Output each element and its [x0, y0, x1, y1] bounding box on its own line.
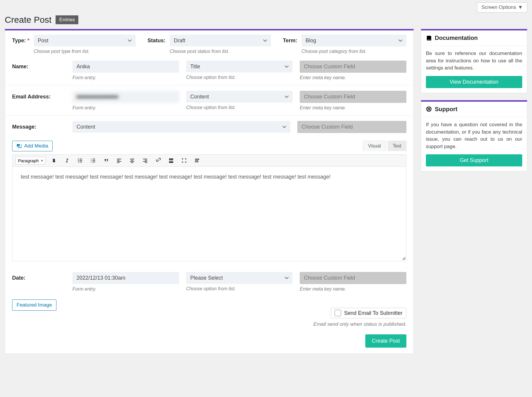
svg-rect-5: [80, 162, 82, 162]
svg-rect-15: [117, 162, 119, 163]
name-label: Name:: [12, 61, 65, 70]
italic-icon[interactable]: [63, 156, 71, 165]
message-meta-input: [297, 121, 406, 133]
svg-rect-3: [80, 160, 82, 161]
create-post-button[interactable]: Create Post: [365, 334, 406, 348]
type-select[interactable]: Post: [34, 35, 136, 46]
screen-options-label: Screen Options: [481, 4, 516, 10]
name-value-hint: Form entry.: [72, 75, 179, 80]
svg-rect-18: [130, 161, 134, 162]
svg-point-36: [428, 108, 430, 110]
svg-point-2: [78, 160, 79, 161]
send-email-hint: Email send only when status is published…: [12, 321, 406, 327]
email-meta-input: [300, 91, 406, 103]
email-option-hint: Choose option from list.: [186, 105, 293, 110]
status-select[interactable]: Draft: [170, 35, 271, 46]
toolbar-toggle-icon[interactable]: [193, 156, 201, 165]
email-label: Email Address:: [12, 91, 65, 100]
format-select[interactable]: Paragraph: [15, 157, 45, 165]
svg-point-0: [78, 159, 79, 160]
name-meta-input: [300, 61, 406, 73]
caret-down-icon: ▼: [518, 4, 523, 10]
svg-rect-19: [131, 162, 133, 163]
send-email-label: Send Email To Submitter: [344, 310, 403, 316]
align-center-icon[interactable]: [128, 156, 136, 165]
email-value: [72, 91, 179, 103]
email-option-select[interactable]: Content: [186, 91, 293, 103]
screen-options-button[interactable]: Screen Options ▼: [477, 2, 527, 12]
lifebuoy-icon: [426, 106, 432, 112]
documentation-title: Documentation: [435, 35, 478, 41]
support-panel: Support If you have a question not cover…: [421, 100, 527, 172]
svg-rect-25: [169, 161, 173, 161]
support-body: If you have a question not covered in th…: [421, 117, 527, 155]
ordered-list-icon[interactable]: 123: [89, 156, 97, 165]
link-icon[interactable]: [154, 156, 162, 165]
svg-rect-23: [145, 162, 147, 163]
tab-visual[interactable]: Visual: [363, 141, 386, 151]
type-hint: Choose post type from list.: [34, 49, 136, 54]
term-select[interactable]: Blog: [301, 35, 406, 46]
svg-rect-16: [130, 159, 134, 159]
page-title: Create Post: [5, 15, 51, 25]
create-post-panel: Type: * Post Choose post type from list.: [5, 29, 414, 354]
send-email-checkbox[interactable]: [335, 310, 341, 316]
featured-image-button[interactable]: Featured Image: [12, 299, 56, 311]
entries-button[interactable]: Entries: [56, 15, 78, 24]
documentation-panel: Documentation Be sure to reference our d…: [421, 29, 527, 93]
svg-rect-32: [196, 161, 197, 162]
add-media-label: Add Media: [24, 143, 48, 149]
svg-rect-11: [93, 162, 95, 162]
svg-rect-30: [197, 160, 198, 161]
send-email-checkbox-wrap[interactable]: Send Email To Submitter: [331, 308, 406, 318]
top-bar: Screen Options ▼: [5, 0, 527, 15]
blockquote-icon[interactable]: [102, 156, 110, 165]
name-value: [72, 61, 179, 73]
type-label: Type: *: [12, 35, 30, 44]
svg-rect-31: [195, 161, 196, 162]
support-title: Support: [435, 106, 458, 113]
message-label: Message:: [12, 121, 65, 130]
date-option-hint: Choose option from list.: [186, 286, 293, 291]
svg-rect-33: [197, 161, 198, 162]
page-header: Create Post Entries: [5, 15, 527, 25]
term-label: Term:: [283, 35, 297, 44]
resize-handle-icon[interactable]: ◢: [402, 255, 405, 260]
editor-section: Add Media Visual Text Paragraph ▼: [5, 135, 413, 267]
bold-icon[interactable]: [50, 156, 58, 165]
editor-content[interactable]: test message! test message! test message…: [12, 167, 406, 261]
read-more-icon[interactable]: [167, 156, 175, 165]
fullscreen-icon[interactable]: [180, 156, 188, 165]
align-right-icon[interactable]: [141, 156, 149, 165]
term-hint: Choose post category from list.: [301, 49, 406, 54]
name-meta-hint: Enter meta key name.: [300, 75, 406, 80]
svg-rect-7: [93, 159, 95, 159]
name-option-hint: Choose option from list.: [186, 75, 293, 80]
view-documentation-button[interactable]: View Documentation: [426, 76, 522, 88]
svg-rect-27: [195, 159, 199, 160]
editor-text: test message! test message! test message…: [21, 174, 330, 180]
editor-toolbar: Paragraph ▼ 123: [12, 154, 406, 167]
svg-text:3: 3: [91, 161, 92, 163]
date-label: Date:: [12, 272, 65, 281]
svg-rect-14: [117, 161, 121, 162]
svg-rect-9: [93, 160, 95, 161]
align-left-icon[interactable]: [115, 156, 123, 165]
status-hint: Choose post status from list.: [170, 49, 271, 54]
svg-rect-13: [117, 160, 119, 161]
message-option-select[interactable]: Content: [72, 121, 290, 133]
svg-rect-24: [169, 158, 173, 160]
book-icon: [426, 35, 432, 41]
date-value-hint: Form entry.: [72, 286, 179, 292]
svg-rect-20: [143, 159, 147, 159]
media-icon: [17, 143, 22, 149]
name-option-select[interactable]: Title: [186, 61, 293, 72]
get-support-button[interactable]: Get Support: [426, 154, 522, 166]
tab-text[interactable]: Text: [388, 141, 406, 151]
email-meta-hint: Enter meta key name.: [300, 105, 406, 111]
date-option-select[interactable]: Please Select: [186, 272, 293, 284]
add-media-button[interactable]: Add Media: [12, 141, 53, 151]
unordered-list-icon[interactable]: [76, 156, 84, 165]
svg-point-4: [78, 162, 79, 163]
svg-rect-29: [196, 160, 197, 161]
